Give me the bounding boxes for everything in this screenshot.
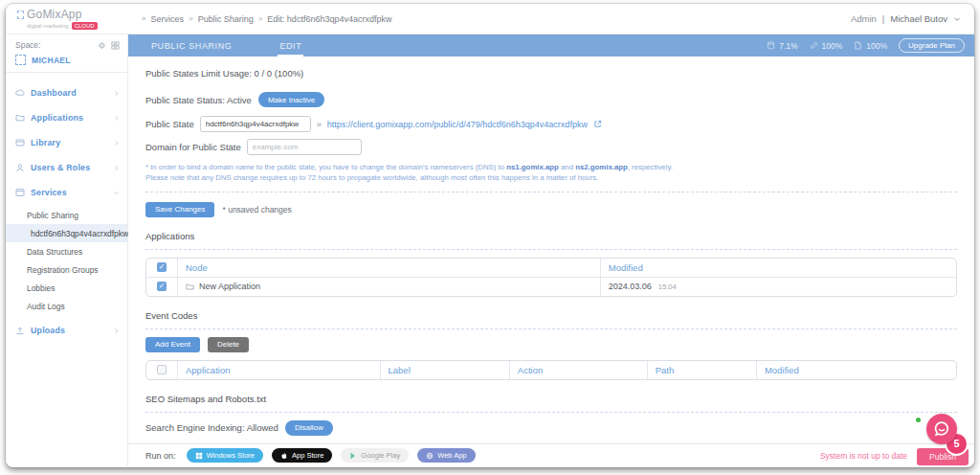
breadcrumb-item-services[interactable]: Services: [150, 14, 184, 24]
storage-usage-value: 7.1%: [779, 41, 797, 51]
role-label: Admin: [851, 13, 877, 24]
page-toolbar: PUBLIC SHARING EDIT 7.1% 100% 100%: [128, 34, 974, 57]
breadcrumb-item-public-sharing[interactable]: Public Sharing: [198, 14, 254, 24]
services-icon: [15, 188, 25, 197]
database-icon: [767, 41, 775, 50]
run-on-label: Run on:: [145, 451, 176, 461]
public-url-link[interactable]: https://client.gomixapp.com/public/d/479…: [327, 120, 588, 129]
chat-widget-button[interactable]: [926, 414, 957, 444]
delete-event-button[interactable]: Delete: [208, 337, 249, 352]
user-menu[interactable]: Michael Butov: [890, 13, 947, 24]
chevron-right-icon: [113, 90, 120, 97]
spaces-grid-icon[interactable]: [111, 41, 120, 50]
windows-logo-icon: [195, 452, 203, 460]
app-footer: Run on: Windows Store App Store Google P…: [128, 443, 974, 466]
avatar: [15, 55, 26, 65]
domain-label: Domain for Public State: [145, 142, 241, 152]
breadcrumb-separator: >: [189, 14, 193, 23]
sidebar-item-users-roles[interactable]: Users & Roles: [6, 155, 127, 180]
public-state-label: Public State: [145, 119, 194, 129]
sidebar-item-data-structures[interactable]: Data Structures: [6, 242, 127, 260]
applications-header-row: ✓ Node Modified: [146, 259, 956, 277]
globe-icon: [426, 452, 434, 460]
select-all-checkbox[interactable]: ✓: [157, 262, 167, 272]
select-all-checkbox[interactable]: [157, 365, 167, 374]
breadcrumb-marker: »: [142, 14, 145, 23]
table-row[interactable]: ✓ New Application 2024.03.06 15:04: [146, 277, 956, 296]
event-codes-heading: Event Codes: [145, 310, 957, 321]
sidebar-item-dashboard[interactable]: Dashboard: [6, 80, 127, 105]
space-selector[interactable]: MICHAEL: [15, 55, 120, 65]
application-name[interactable]: New Application: [199, 282, 260, 291]
upload-icon: [15, 326, 25, 335]
web-app-button[interactable]: Web App: [417, 448, 475, 463]
google-play-button[interactable]: Google Play: [341, 448, 409, 463]
space-box: Space: MICHAEL: [6, 34, 127, 73]
link-icon: [810, 41, 818, 50]
sidebar-item-audit-logs[interactable]: Audit Logs: [6, 297, 127, 315]
upgrade-plan-button[interactable]: Upgrade Plan: [899, 38, 965, 53]
file-icon: [854, 41, 862, 50]
applications-heading: Applications: [145, 231, 957, 241]
user-icon: [15, 163, 25, 172]
column-header-application[interactable]: Application: [177, 361, 380, 379]
gear-icon[interactable]: [98, 41, 106, 50]
column-header-modified[interactable]: Modified: [756, 361, 956, 379]
sidebar-item-public-sharing[interactable]: Public Sharing: [6, 206, 127, 224]
dashboard-icon: [15, 88, 25, 98]
sidebar-item-label: Uploads: [31, 326, 65, 335]
logo-text: GoMixApp: [27, 8, 82, 21]
dns-note: * In order to bind a domain name to the …: [145, 162, 957, 184]
chevron-right-icon: [113, 328, 120, 334]
public-state-status-label: Public State Status: Active: [145, 95, 252, 105]
disallow-button[interactable]: Disallow: [285, 420, 333, 436]
add-event-button[interactable]: Add Event: [145, 337, 200, 352]
indexing-label: Search Engine Indexing: Allowed: [145, 422, 278, 433]
app-window: GoMixApp digital marketing CLOUD » Servi…: [6, 4, 974, 467]
public-state-input[interactable]: [200, 116, 311, 132]
modified-time: 15:04: [658, 283, 677, 291]
sidebar-item-public-state[interactable]: hdctf6n6h3qp4v4acrxdfpkw: [6, 224, 127, 242]
files-value: 100%: [866, 41, 887, 51]
column-header-node[interactable]: Node: [177, 259, 600, 277]
domain-input[interactable]: [247, 139, 362, 155]
chevron-down-icon[interactable]: [953, 15, 961, 23]
column-header-label[interactable]: Label: [380, 361, 509, 379]
sidebar-item-library[interactable]: Library: [6, 130, 127, 155]
bandwidth-value: 100%: [822, 41, 843, 51]
tab-public-sharing[interactable]: PUBLIC SHARING: [147, 34, 235, 57]
breadcrumb-separator: >: [258, 14, 263, 23]
chat-bubble-icon: [932, 419, 951, 439]
logo-mark-icon: [17, 11, 24, 19]
sidebar-item-applications[interactable]: Applications: [6, 105, 127, 130]
sidebar-item-label: Library: [31, 138, 60, 147]
sidebar-item-lobbies[interactable]: Lobbies: [6, 279, 127, 297]
column-header-path[interactable]: Path: [647, 361, 756, 379]
tab-edit[interactable]: EDIT: [276, 34, 305, 57]
chevron-down-icon: [113, 190, 120, 196]
save-changes-button[interactable]: Save Changes: [145, 202, 214, 217]
services-submenu: Public Sharing hdctf6n6h3qp4v4acrxdfpkw …: [6, 205, 127, 318]
library-icon: [15, 138, 25, 147]
online-status-dot: [916, 418, 921, 422]
top-header: GoMixApp digital marketing CLOUD » Servi…: [6, 4, 974, 34]
external-link-icon[interactable]: [593, 120, 602, 128]
sidebar-item-registration-groups[interactable]: Registration Groups: [6, 260, 127, 279]
windows-store-button[interactable]: Windows Store: [187, 448, 263, 463]
sidebar-item-services[interactable]: Services: [6, 180, 127, 205]
column-header-modified[interactable]: Modified: [600, 259, 956, 277]
divider: [145, 412, 957, 413]
make-inactive-button[interactable]: Make Inactive: [258, 92, 324, 107]
chevron-right-icon: [113, 140, 120, 147]
row-checkbox[interactable]: ✓: [157, 282, 167, 291]
divider: [145, 249, 957, 250]
sidebar-item-uploads[interactable]: Uploads: [6, 318, 127, 343]
app-store-button[interactable]: App Store: [272, 448, 332, 463]
logo[interactable]: GoMixApp digital marketing CLOUD: [17, 8, 128, 30]
column-header-action[interactable]: Action: [509, 361, 647, 379]
breadcrumb: » Services > Public Sharing > Edit: hdct…: [142, 14, 391, 24]
sidebar-item-label: Services: [31, 188, 67, 197]
files-stat: 100%: [854, 41, 887, 51]
sidebar-item-label: Applications: [31, 113, 83, 123]
event-codes-table: Application Label Action Path Modified: [145, 360, 957, 380]
